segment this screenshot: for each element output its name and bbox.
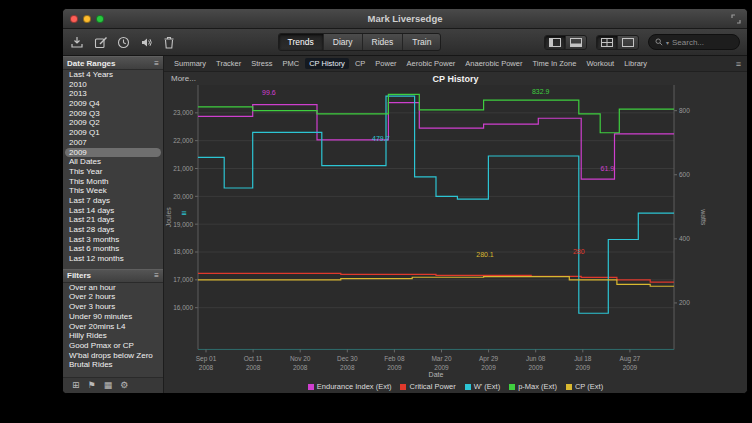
sidebar-item-last-6-months[interactable]: Last 6 months: [63, 244, 163, 254]
chart-icon[interactable]: ▦: [104, 378, 113, 393]
legend-entry-w-ext: W' (Ext): [465, 382, 500, 391]
tab-cp-history[interactable]: CP History: [305, 58, 349, 69]
sidebar-item-last-12-months[interactable]: Last 12 months: [63, 254, 163, 264]
axis-widget-icon[interactable]: ≡: [181, 208, 186, 218]
sidebar-item-2007[interactable]: 2007: [63, 138, 163, 148]
svg-text:400: 400: [679, 235, 690, 242]
sidebar-item-2009-q2[interactable]: 2009 Q2: [63, 118, 163, 128]
section-header-date-ranges[interactable]: Date Ranges≡: [63, 56, 163, 70]
sidebar-item-last-28-days[interactable]: Last 28 days: [63, 225, 163, 235]
sidebar-item-over-2-hours[interactable]: Over 2 hours: [63, 292, 163, 302]
close-button[interactable]: [70, 15, 78, 23]
sidebar-item-last-3-months[interactable]: Last 3 months: [63, 235, 163, 245]
svg-text:2008: 2008: [340, 364, 355, 371]
layout-toggles: [596, 35, 639, 50]
tab-summary[interactable]: Summary: [170, 58, 210, 69]
svg-text:2008: 2008: [246, 364, 261, 371]
flag-icon[interactable]: ⚑: [88, 378, 96, 393]
tab-tracker[interactable]: Tracker: [212, 58, 245, 69]
svg-text:watts: watts: [700, 208, 707, 226]
sidebar-item-2009-q3[interactable]: 2009 Q3: [63, 109, 163, 119]
svg-text:2009: 2009: [481, 364, 496, 371]
search-scope-caret[interactable]: ▾: [666, 39, 669, 46]
legend-entry-critical-power: Critical Power: [400, 382, 455, 391]
schedule-button[interactable]: [117, 36, 130, 49]
fullscreen-icon[interactable]: [731, 14, 741, 24]
sidebar-item-good-pmax-or-cp[interactable]: Good Pmax or CP: [63, 341, 163, 351]
tab-stress[interactable]: Stress: [247, 58, 276, 69]
sidebar-item-2010[interactable]: 2010: [63, 80, 163, 90]
view-trends-button[interactable]: Trends: [279, 34, 324, 50]
view-train-button[interactable]: Train: [403, 34, 440, 50]
more-link[interactable]: More...: [171, 74, 196, 83]
sidebar-item-over-3-hours[interactable]: Over 3 hours: [63, 302, 163, 312]
sidebar-item-2009-q4[interactable]: 2009 Q4: [63, 99, 163, 109]
svg-text:Nov 20: Nov 20: [290, 355, 311, 362]
tab-anaerobic-power[interactable]: Anaerobic Power: [461, 58, 526, 69]
section-menu-icon[interactable]: ≡: [154, 271, 159, 280]
data-label: 99.6: [262, 89, 276, 96]
svg-text:2009: 2009: [434, 364, 449, 371]
sidebar-item-last-14-days[interactable]: Last 14 days: [63, 206, 163, 216]
import-button[interactable]: [70, 36, 84, 49]
sidebar-item-over-an-hour[interactable]: Over an hour: [63, 283, 163, 293]
svg-text:Mar 20: Mar 20: [431, 355, 452, 362]
grid-icon[interactable]: ⊞: [72, 378, 80, 393]
chart-header: More... CP History: [164, 72, 747, 85]
tabbar-menu-icon[interactable]: ≡: [736, 59, 741, 69]
zoom-button[interactable]: [96, 15, 104, 23]
volume-icon: [140, 36, 153, 49]
sidebar-item-all-dates[interactable]: All Dates: [63, 157, 163, 167]
gear-icon[interactable]: ⚙: [120, 378, 128, 393]
view-diary-button[interactable]: Diary: [324, 34, 363, 50]
tiled-layout-icon: [601, 38, 613, 47]
legend-swatch: [308, 384, 314, 390]
tab-aerobic-power[interactable]: Aerobic Power: [403, 58, 460, 69]
delete-button[interactable]: [163, 36, 175, 49]
sidebar-item-w-bal-drops-below-zero[interactable]: W'bal drops below Zero: [63, 351, 163, 361]
svg-text:17,000: 17,000: [173, 276, 193, 283]
tab-pmc[interactable]: PMC: [279, 58, 304, 69]
legend-label: CP (Ext): [575, 382, 603, 391]
section-header-filters[interactable]: Filters≡: [63, 269, 163, 283]
sidebar-item-under-90-minutes[interactable]: Under 90 minutes: [63, 312, 163, 322]
sidebar-item-hilly-rides[interactable]: Hilly Rides: [63, 331, 163, 341]
svg-text:800: 800: [679, 107, 690, 114]
data-label: 832.9: [532, 88, 550, 95]
tab-cp[interactable]: CP: [351, 58, 369, 69]
sidebar-item-last-21-days[interactable]: Last 21 days: [63, 215, 163, 225]
tab-power[interactable]: Power: [371, 58, 400, 69]
toggle-sidebar-button[interactable]: [545, 36, 566, 49]
titlebar[interactable]: Mark Liversedge: [63, 9, 747, 29]
sidebar-item-last-4-years[interactable]: Last 4 Years: [63, 70, 163, 80]
sidebar-item-brutal-rides[interactable]: Brutal Rides: [63, 360, 163, 370]
sidebar-item-this-week[interactable]: This Week: [63, 186, 163, 196]
sidebar-item-2013[interactable]: 2013: [63, 89, 163, 99]
tab-workout[interactable]: Workout: [582, 58, 618, 69]
toolbar: TrendsDiaryRidesTrain: [63, 29, 747, 56]
tab-library[interactable]: Library: [620, 58, 651, 69]
section-menu-icon[interactable]: ≡: [154, 59, 159, 68]
minimize-button[interactable]: [83, 15, 91, 23]
legend-label: W' (Ext): [474, 382, 500, 391]
layout-tiled-button[interactable]: [597, 36, 618, 49]
sidebar-item-2009[interactable]: 2009: [65, 148, 161, 158]
data-label: 280.1: [476, 251, 494, 258]
data-label: 479.7: [372, 135, 390, 142]
view-rides-button[interactable]: Rides: [363, 34, 404, 50]
search-field[interactable]: ▾ Search...: [648, 34, 740, 50]
search-placeholder: Search...: [672, 38, 704, 47]
toggle-bottombar-button[interactable]: [566, 36, 586, 49]
layout-single-button[interactable]: [618, 36, 638, 49]
sidebar-item-this-year[interactable]: This Year: [63, 167, 163, 177]
legend-swatch: [465, 384, 471, 390]
legend-swatch: [566, 384, 572, 390]
sidebar-item-over-20mins-l4[interactable]: Over 20mins L4: [63, 322, 163, 332]
compose-button[interactable]: [94, 36, 108, 49]
sidebar-item-this-month[interactable]: This Month: [63, 177, 163, 187]
sidebar-item-2009-q1[interactable]: 2009 Q1: [63, 128, 163, 138]
tab-time-in-zone[interactable]: Time In Zone: [528, 58, 580, 69]
svg-text:2009: 2009: [623, 364, 638, 371]
audio-button[interactable]: [140, 36, 153, 49]
sidebar-item-last-7-days[interactable]: Last 7 days: [63, 196, 163, 206]
